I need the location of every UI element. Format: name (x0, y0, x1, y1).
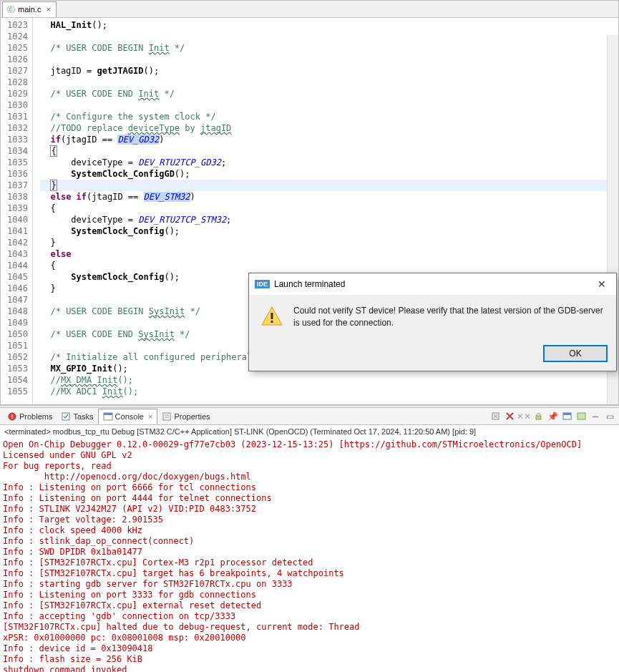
svg-rect-15 (563, 413, 571, 415)
svg-rect-16 (577, 413, 585, 419)
tab-properties[interactable]: Properties (157, 409, 214, 424)
tab-filename: main.c (18, 5, 41, 14)
tab-tasks-label: Tasks (73, 412, 93, 421)
ok-button[interactable]: OK (543, 345, 608, 362)
pin-console-icon[interactable]: 📌 (546, 410, 559, 423)
dialog-message: Could not verify ST device! Please verif… (293, 305, 605, 329)
tab-console-close-icon[interactable]: × (148, 412, 152, 421)
c-file-icon: ⓒ (7, 4, 15, 15)
launch-terminated-dialog: IDE Launch terminated ✕ Could not verify… (248, 273, 617, 371)
bottom-panel: ! Problems Tasks Console × Properties (0, 408, 619, 672)
tab-tasks[interactable]: Tasks (57, 409, 97, 424)
tab-close-icon[interactable]: × (44, 5, 52, 14)
tab-properties-label: Properties (174, 412, 210, 421)
svg-rect-18 (271, 321, 273, 323)
editor-tab-main-c[interactable]: ⓒ main.c × (2, 1, 57, 17)
svg-rect-4 (104, 413, 112, 415)
dialog-titlebar[interactable]: IDE Launch terminated ✕ (249, 273, 616, 295)
svg-rect-5 (163, 413, 170, 420)
console-output[interactable]: Open On-Chip Debugger 0.12.0-00029-gf77e… (0, 438, 619, 672)
console-toolbar: ✕✕ 📌 ─ ▭ (489, 410, 619, 423)
svg-rect-13 (536, 416, 541, 419)
svg-text:!: ! (11, 413, 14, 420)
display-selected-icon[interactable] (560, 410, 573, 423)
open-console-icon[interactable] (575, 410, 588, 423)
remove-all-icon[interactable] (503, 410, 516, 423)
dialog-close-icon[interactable]: ✕ (593, 277, 610, 291)
maximize-icon[interactable]: ▭ (603, 410, 616, 423)
warning-icon (260, 305, 283, 328)
remove-launch-icon[interactable] (489, 410, 502, 423)
tab-console[interactable]: Console × (98, 409, 158, 424)
minimize-icon[interactable]: ─ (589, 410, 602, 423)
scroll-lock-icon[interactable] (532, 410, 545, 423)
ide-badge-icon: IDE (255, 280, 270, 288)
clear-console-icon[interactable]: ✕✕ (517, 410, 530, 423)
properties-icon (162, 412, 172, 422)
console-icon (103, 412, 113, 422)
dialog-title: Launch terminated (274, 279, 593, 289)
line-number-gutter: 1023102410251026102710281029103010311032… (1, 18, 33, 404)
problems-icon: ! (7, 412, 17, 422)
tab-console-label: Console (115, 412, 144, 421)
bottom-tab-bar: ! Problems Tasks Console × Properties (0, 408, 619, 425)
svg-rect-17 (271, 313, 273, 319)
tab-problems-label: Problems (19, 412, 52, 421)
console-header: <terminated> modbus_tcp_rtu Debug [STM32… (0, 425, 619, 438)
editor-tab-bar: ⓒ main.c × (1, 1, 618, 18)
tab-problems[interactable]: ! Problems (3, 409, 57, 424)
tasks-icon (61, 412, 71, 422)
